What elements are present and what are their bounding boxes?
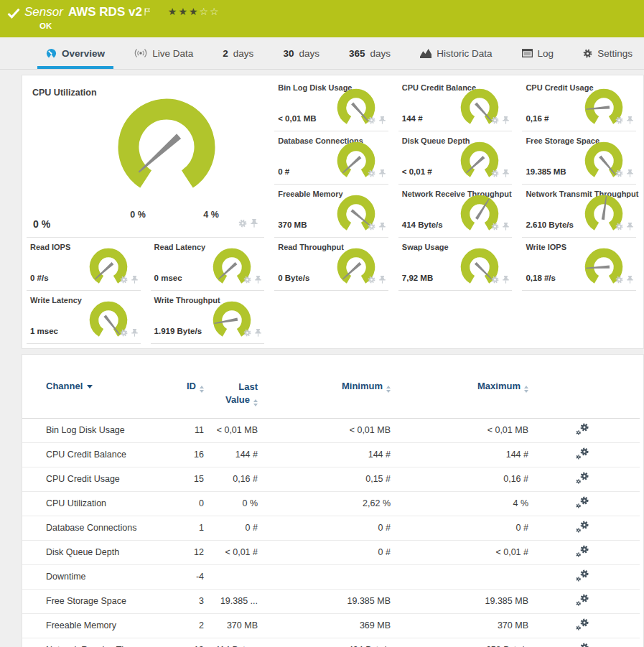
pin-icon[interactable] <box>378 274 386 287</box>
gauges-panel: CPU Utilization 0 % 4 % 0 % Bin Log Disk… <box>22 75 644 349</box>
column-header-last-value[interactable]: Last Value <box>204 371 258 418</box>
cell-id: 16 <box>168 442 204 467</box>
pin-icon[interactable] <box>378 220 386 233</box>
gear-icon[interactable] <box>238 218 247 231</box>
gear-icon[interactable] <box>491 114 499 127</box>
gear-icon[interactable] <box>243 274 251 287</box>
gauge-tile-freeable-memory[interactable]: Freeable Memory370 MB <box>274 185 388 238</box>
gauge-tile-swap-usage[interactable]: Swap Usage7,92 MB <box>398 238 513 291</box>
gauge-tile-read-latency[interactable]: Read Latency0 msec <box>151 238 265 291</box>
gauge-value: 0,18 #/s <box>526 274 556 282</box>
gauge-tile-write-iops[interactable]: Write IOPS0,18 #/s <box>522 238 636 291</box>
pin-icon[interactable] <box>131 274 139 287</box>
pin-icon[interactable] <box>131 327 139 340</box>
priority-stars[interactable]: ★★★☆☆ <box>168 6 220 17</box>
gear-icon[interactable] <box>491 274 499 287</box>
gear-icon[interactable] <box>491 167 499 180</box>
gear-icon[interactable] <box>615 167 623 180</box>
tab-overview[interactable]: Overview <box>43 37 108 69</box>
gauge-tile-database-connections[interactable]: Database Connections0 # <box>274 131 388 185</box>
gauge-tile-cpu-credit-usage[interactable]: CPU Credit Usage0,16 # <box>522 78 636 131</box>
cell-channel: Network Receive Throu... <box>22 638 168 647</box>
tab-log[interactable]: Log <box>519 37 557 69</box>
gauge-tile-write-throughput[interactable]: Write Throughput1.919 Byte/s <box>151 291 265 344</box>
gear-icon[interactable] <box>368 167 375 180</box>
tab-settings[interactable]: Settings <box>580 37 635 69</box>
column-header-minimum[interactable]: Minimum <box>258 371 391 418</box>
cell-id: 11 <box>168 418 204 442</box>
gear-icon[interactable] <box>615 274 623 287</box>
pin-icon[interactable] <box>626 167 634 180</box>
channel-settings-gears-icon[interactable] <box>576 521 589 535</box>
column-header-channel[interactable]: Channel <box>22 371 168 418</box>
sort-arrows-icon <box>200 386 204 393</box>
channel-settings-gears-icon[interactable] <box>576 618 589 633</box>
cell-id: 13 <box>168 638 204 647</box>
cell-channel: Free Storage Space <box>22 589 168 613</box>
pin-icon[interactable] <box>378 114 386 127</box>
pin-icon[interactable] <box>626 274 634 287</box>
pin-icon[interactable] <box>626 114 634 127</box>
cell-id: 12 <box>168 540 204 564</box>
gear-icon[interactable] <box>368 114 375 127</box>
gauge-tile-write-latency[interactable]: Write Latency1 msec <box>27 291 141 344</box>
gauge-value: 19.385 MB <box>526 167 566 176</box>
gauge-tile-network-receive-throughput[interactable]: Network Receive Throughput414 Byte/s <box>398 185 513 238</box>
gauge-tile-cpu-utilization[interactable]: CPU Utilization 0 % 4 % 0 % <box>27 78 264 238</box>
gauge-tile-disk-queue-depth[interactable]: Disk Queue Depth< 0,01 # <box>398 131 513 185</box>
cell-last-value: 144 # <box>204 442 258 467</box>
broadcast-icon <box>134 48 147 58</box>
cell-maximum: 370 MB <box>391 613 528 638</box>
tab-30-days[interactable]: 30days <box>280 37 322 69</box>
pin-icon[interactable] <box>502 220 510 233</box>
tab-historic-data[interactable]: Historic Data <box>417 37 495 69</box>
gauge-tile-free-storage-space[interactable]: Free Storage Space19.385 MB <box>522 131 636 185</box>
gear-icon[interactable] <box>615 114 623 127</box>
gauge-value: 1 msec <box>30 327 58 335</box>
gear-icon[interactable] <box>615 220 623 233</box>
gear-icon[interactable] <box>491 220 499 233</box>
channel-settings-gears-icon[interactable] <box>576 447 589 462</box>
gear-icon[interactable] <box>120 274 128 287</box>
area-chart-icon <box>420 49 431 58</box>
channel-settings-gears-icon[interactable] <box>576 545 589 559</box>
cell-minimum: 369 MB <box>258 613 391 638</box>
cell-channel: CPU Utilization <box>22 491 168 516</box>
gauge-value: 370 MB <box>278 220 307 229</box>
gear-icon[interactable] <box>368 274 375 287</box>
gauge-value: < 0,01 # <box>402 167 432 176</box>
pin-icon[interactable] <box>502 167 510 180</box>
gauge-tile-read-throughput[interactable]: Read Throughput0 Byte/s <box>274 238 388 291</box>
pin-icon[interactable] <box>502 274 510 287</box>
channel-settings-gears-icon[interactable] <box>576 569 589 584</box>
gauge-tile-bin-log-disk-usage[interactable]: Bin Log Disk Usage< 0,01 MB <box>274 78 388 131</box>
pin-icon[interactable] <box>626 220 634 233</box>
tab-365-days[interactable]: 365days <box>346 37 393 69</box>
pin-icon[interactable] <box>250 218 258 231</box>
channel-settings-gears-icon[interactable] <box>576 594 589 608</box>
pin-icon[interactable] <box>254 327 262 340</box>
pin-icon[interactable] <box>502 114 510 127</box>
gauge-tile-network-transmit-throughput[interactable]: Network Transmit Throughput2.610 Byte/s <box>522 185 636 238</box>
tab-live-data[interactable]: Live Data <box>131 37 196 69</box>
cell-maximum: 4 % <box>391 491 528 516</box>
column-header-maximum[interactable]: Maximum <box>391 371 528 418</box>
gear-icon[interactable] <box>120 327 128 340</box>
pin-icon[interactable] <box>254 274 262 287</box>
channel-settings-gears-icon[interactable] <box>576 472 589 486</box>
gauge-tile-cpu-credit-balance[interactable]: CPU Credit Balance144 # <box>398 78 513 131</box>
gear-icon <box>583 49 592 58</box>
column-header-id[interactable]: ID <box>168 371 204 418</box>
gear-icon[interactable] <box>368 220 375 233</box>
pin-icon[interactable] <box>378 167 386 180</box>
channel-settings-gears-icon[interactable] <box>576 496 589 511</box>
gauge-tile-read-iops[interactable]: Read IOPS0 #/s <box>27 238 141 291</box>
channel-settings-gears-icon[interactable] <box>576 643 589 647</box>
tab-2-days[interactable]: 2days <box>220 37 256 69</box>
cell-minimum: 0,15 # <box>258 467 391 491</box>
gauge-value: 0 # <box>278 167 289 176</box>
cell-channel: CPU Credit Balance <box>22 442 168 467</box>
gear-icon[interactable] <box>243 327 251 340</box>
tab-bar: OverviewLive Data2days30days365daysHisto… <box>0 37 644 70</box>
channel-settings-gears-icon[interactable] <box>576 423 589 437</box>
